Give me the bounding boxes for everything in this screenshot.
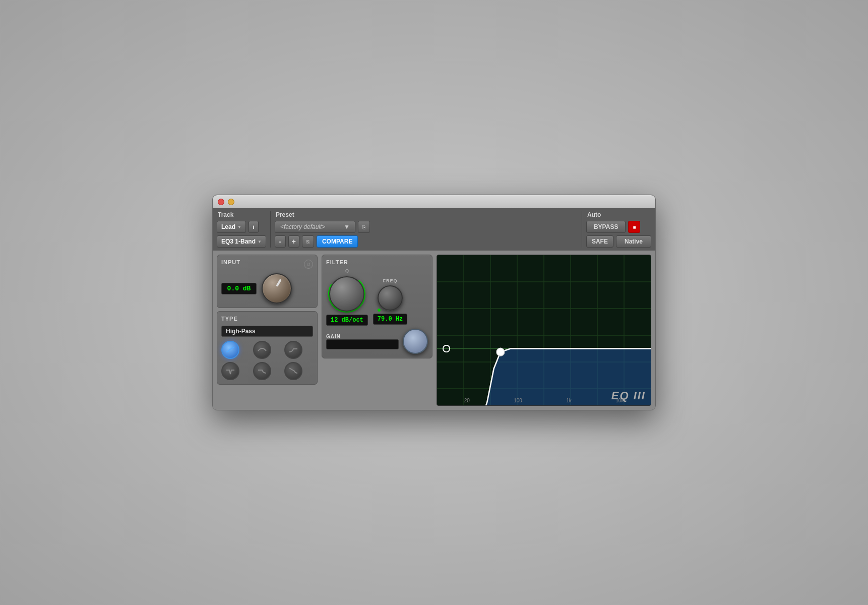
q-knob-wrapper — [327, 274, 366, 314]
preset-name-button[interactable]: <factory default> ▼ — [275, 221, 355, 233]
bypass-button[interactable]: BYPASS — [586, 221, 626, 233]
preset-copy-button[interactable]: ⎘ — [302, 235, 314, 248]
middle-panel: FILTER Q 12 dB/oct — [322, 255, 432, 406]
freq-label-1k: 1k — [566, 398, 572, 403]
gain-row: GAIN — [326, 329, 428, 354]
divider-1 — [270, 211, 271, 248]
auto-bottom-row: SAFE Native — [586, 235, 651, 248]
plugin-dropdown-arrow: ▼ — [258, 239, 262, 244]
preset-copy-icon: ⎘ — [306, 239, 309, 245]
input-title: INPUT — [221, 259, 240, 265]
q-knob[interactable] — [329, 276, 364, 312]
safe-button[interactable]: SAFE — [586, 235, 613, 248]
preset-label: Preset — [275, 211, 578, 218]
type-btn-peak[interactable] — [253, 341, 271, 359]
native-button[interactable]: Native — [616, 235, 651, 248]
svg-point-15 — [497, 348, 505, 356]
record-icon: ■ — [633, 224, 636, 230]
copy-button[interactable]: ⎘ — [358, 221, 370, 233]
gain-knob[interactable] — [403, 329, 428, 354]
plugin-name-row: EQ3 1-Band ▼ — [217, 235, 266, 248]
freq-knob[interactable] — [378, 285, 403, 311]
left-panel: INPUT ↺ 0.0 dB TYPE High-Pass — [217, 255, 318, 406]
filter-panel: FILTER Q 12 dB/oct — [322, 255, 432, 358]
q-label: Q — [345, 268, 349, 273]
type-btn-lowshelf[interactable] — [284, 341, 302, 359]
type-btn-lowpass[interactable] — [284, 362, 302, 380]
freq-indicator — [378, 309, 381, 312]
track-dropdown-arrow: ▼ — [237, 225, 241, 229]
track-label: Track — [217, 211, 266, 218]
close-button[interactable] — [218, 199, 224, 205]
copy-icon: ⎘ — [362, 224, 365, 230]
plugin-window: Track Lead ▼ i EQ3 1-Band ▼ Preset — [212, 195, 656, 410]
plugin-name: EQ3 1-Band — [221, 238, 256, 245]
input-knob-container: 0.0 dB — [221, 273, 313, 304]
type-panel: TYPE High-Pass — [217, 311, 318, 385]
freq-label: FREQ — [383, 278, 398, 283]
type-btn-highshelf[interactable] — [253, 362, 271, 380]
eq-plugin-title: EQ III — [611, 389, 646, 402]
plus-button[interactable]: + — [288, 235, 299, 248]
freq-label-20: 20 — [464, 398, 470, 403]
type-btn-notch[interactable] — [221, 362, 239, 380]
reset-icon[interactable]: ↺ — [304, 260, 313, 269]
track-dropdown[interactable]: Lead ▼ — [217, 221, 246, 233]
auto-section: Auto BYPASS ■ SAFE Native — [586, 211, 651, 248]
preset-section: Preset <factory default> ▼ ⎘ - + ⎘ COMPA… — [275, 211, 578, 248]
input-header: INPUT ↺ — [221, 259, 313, 269]
input-value-display: 0.0 dB — [221, 283, 257, 294]
record-button[interactable]: ■ — [628, 221, 640, 233]
preset-name: <factory default> — [280, 223, 325, 230]
compare-button[interactable]: COMPARE — [317, 235, 358, 248]
q-value-display: 12 dB/oct — [326, 315, 368, 326]
freq-label-100: 100 — [514, 398, 522, 403]
freq-value-display: 79.0 Hz — [373, 314, 407, 325]
preset-bottom-row: - + ⎘ COMPARE — [275, 235, 578, 248]
minimize-button[interactable] — [228, 199, 234, 205]
freq-knob-wrapper — [376, 283, 405, 313]
auto-label: Auto — [586, 211, 651, 218]
divider-2 — [582, 211, 582, 248]
gain-label: GAIN — [326, 334, 399, 339]
preset-dropdown-arrow: ▼ — [344, 223, 350, 230]
track-section: Track Lead ▼ i EQ3 1-Band ▼ — [217, 211, 266, 248]
track-row: Lead ▼ i — [217, 221, 266, 233]
header-bar: Track Lead ▼ i EQ3 1-Band ▼ Preset — [213, 208, 655, 251]
type-title: TYPE — [221, 316, 313, 322]
eq-display: 20 100 1k 10k EQ III — [437, 255, 651, 406]
eq-curve-svg — [437, 255, 651, 406]
type-btn-highpass[interactable] — [221, 341, 239, 359]
type-buttons-grid — [221, 341, 313, 380]
gain-slider[interactable] — [326, 339, 399, 349]
input-panel: INPUT ↺ 0.0 dB — [217, 255, 318, 308]
type-display: High-Pass — [221, 326, 313, 337]
plugin-dropdown[interactable]: EQ3 1-Band ▼ — [217, 235, 266, 248]
preset-top-row: <factory default> ▼ ⎘ — [275, 221, 578, 233]
input-knob[interactable] — [262, 273, 292, 304]
minus-button[interactable]: - — [275, 235, 286, 248]
main-content: INPUT ↺ 0.0 dB TYPE High-Pass — [213, 251, 655, 410]
titlebar — [213, 195, 655, 208]
auto-top-row: BYPASS ■ — [586, 221, 651, 233]
filter-title: FILTER — [326, 259, 428, 265]
track-value: Lead — [221, 223, 235, 230]
info-button[interactable]: i — [249, 221, 259, 233]
